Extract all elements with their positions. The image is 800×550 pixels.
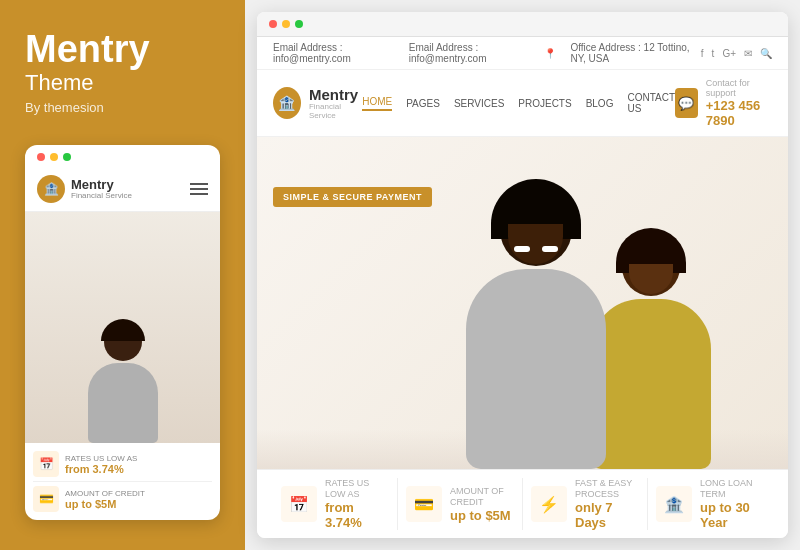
mobile-browser-bar <box>25 145 220 169</box>
stat-rates: 📅 RATES US LOW AS from 3.74% <box>273 478 398 530</box>
hero-badge: SIMPLE & SECURE PAYMENT <box>273 187 432 207</box>
dot-red <box>37 153 45 161</box>
site-topbar: Email Address : info@mentry.com Email Ad… <box>257 37 788 70</box>
browser-dot-red <box>269 20 277 28</box>
mobile-stat-1: 📅 RATES US LOW AS from 3.74% <box>33 447 212 482</box>
stat-credit-amount: 💳 AMOUNT OF CREDIT up to $5M <box>398 478 523 530</box>
twitter-icon[interactable]: t <box>712 48 715 59</box>
site-logo-icon: 🏦 <box>273 87 301 119</box>
left-panel: Mentry Theme By themesion 🏦 Mentry Finan… <box>0 0 245 550</box>
search-icon[interactable]: 🔍 <box>760 48 772 59</box>
stat-rates-icon: 📅 <box>281 486 317 522</box>
brand-by: By themesion <box>25 100 220 115</box>
hero-background: SIMPLE & SECURE PAYMENT <box>257 137 788 469</box>
instagram-icon[interactable]: ✉ <box>744 48 752 59</box>
dot-green <box>63 153 71 161</box>
topbar-left: Email Address : info@mentry.com Email Ad… <box>273 42 701 64</box>
contact-support-icon: 💬 <box>675 88 698 118</box>
brand-subtitle: Theme <box>25 70 220 96</box>
hamburger-menu[interactable] <box>190 183 208 195</box>
nav-pages[interactable]: PAGES <box>406 98 440 109</box>
topbar-email: Email Address : info@mentry.com <box>273 42 395 64</box>
facebook-icon[interactable]: f <box>701 48 704 59</box>
mobile-hero-image <box>25 212 220 443</box>
mobile-logo: 🏦 Mentry Financial Service <box>37 175 132 203</box>
browser-chrome-bar <box>257 12 788 37</box>
site-hero: SIMPLE & SECURE PAYMENT <box>257 137 788 469</box>
right-panel: Email Address : info@mentry.com Email Ad… <box>245 0 800 550</box>
mobile-nav: 🏦 Mentry Financial Service <box>25 169 220 212</box>
nav-contact[interactable]: CONTACT US <box>627 92 674 114</box>
stat-loan-icon: 🏦 <box>656 486 692 522</box>
mobile-logo-text: Mentry Financial Service <box>71 178 132 200</box>
brand-title: Mentry <box>25 30 220 68</box>
browser-dot-yellow <box>282 20 290 28</box>
contact-info: Contact for support +123 456 7890 <box>706 78 772 128</box>
site-menu: HOME PAGES SERVICES PROJECTS BLOG CONTAC… <box>362 92 675 114</box>
site-logo: 🏦 Mentry Financial Service <box>273 87 362 120</box>
googleplus-icon[interactable]: G+ <box>722 48 736 59</box>
mobile-stat-icon-1: 📅 <box>33 451 59 477</box>
site-contact: 💬 Contact for support +123 456 7890 <box>675 78 772 128</box>
mobile-mockup: 🏦 Mentry Financial Service <box>25 145 220 520</box>
mobile-stat-2: 💳 AMOUNT OF CREDIT up to $5M <box>33 482 212 516</box>
mobile-logo-icon: 🏦 <box>37 175 65 203</box>
stats-bar: 📅 RATES US LOW AS from 3.74% 💳 AMOUNT OF… <box>257 469 788 538</box>
topbar-email-text: Email Address : info@mentry.com <box>409 42 531 64</box>
mobile-stats: 📅 RATES US LOW AS from 3.74% 💳 AMOUNT OF… <box>25 443 220 520</box>
browser-window: Email Address : info@mentry.com Email Ad… <box>257 12 788 538</box>
stat-process-speed: ⚡ FAST & EASY PROCESS only 7 Days <box>523 478 648 530</box>
site-nav: 🏦 Mentry Financial Service HOME PAGES SE… <box>257 70 788 137</box>
mobile-stat-icon-2: 💳 <box>33 486 59 512</box>
browser-dot-green <box>295 20 303 28</box>
stat-process-icon: ⚡ <box>531 486 567 522</box>
site-logo-text-group: Mentry Financial Service <box>309 87 362 120</box>
stat-credit-icon: 💳 <box>406 486 442 522</box>
topbar-office-text: Office Address : 12 Tottino, NY, USA <box>570 42 700 64</box>
nav-blog[interactable]: BLOG <box>586 98 614 109</box>
stat-loan-term: 🏦 LONG LOAN TERM up to 30 Year <box>648 478 772 530</box>
topbar-right: f t G+ ✉ 🔍 <box>701 48 772 59</box>
nav-home[interactable]: HOME <box>362 96 392 111</box>
nav-projects[interactable]: PROJECTS <box>518 98 571 109</box>
dot-yellow <box>50 153 58 161</box>
nav-services[interactable]: SERVICES <box>454 98 504 109</box>
